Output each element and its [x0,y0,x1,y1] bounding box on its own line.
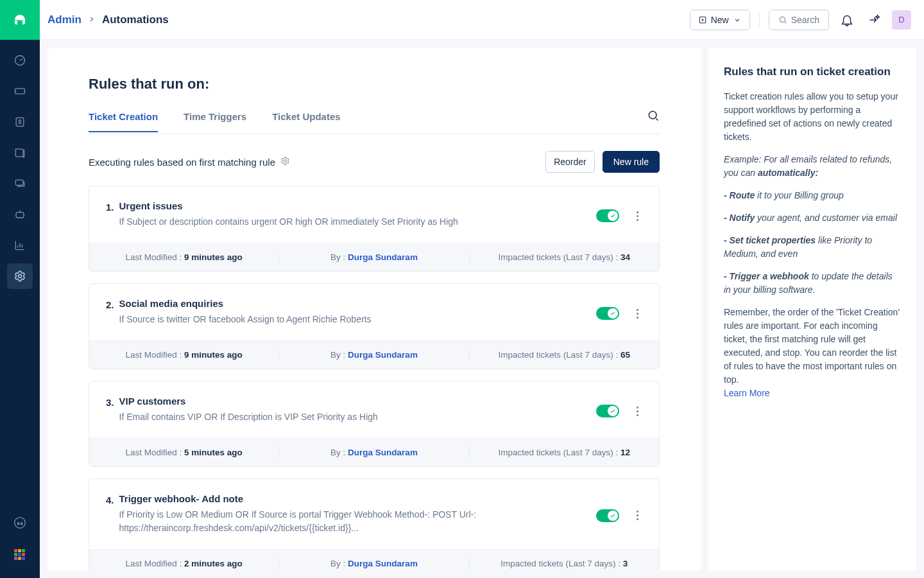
nav-apps[interactable] [7,542,33,568]
tab-time-triggers[interactable]: Time Triggers [184,111,246,132]
nav-contacts[interactable] [7,109,33,135]
svg-point-9 [649,111,656,119]
bell-icon [840,13,854,27]
nav-forums[interactable] [7,171,33,197]
rule-card[interactable]: 2. Social media enquiries If Source is t… [89,283,660,369]
brand-logo[interactable] [0,0,40,40]
reorder-button[interactable]: Reorder [545,151,595,173]
svg-rect-4 [15,180,23,185]
notifications-button[interactable] [838,11,856,29]
nav-reports[interactable] [7,232,33,258]
help-example: Example: For all emails related to refun… [724,153,901,180]
page-title: Rules that run on: [89,76,660,92]
svg-rect-5 [16,213,24,218]
rule-number: 4. [106,493,114,535]
help-title: Rules that run on ticket creation [724,66,901,78]
nav-solutions[interactable] [7,140,33,166]
left-nav [0,0,40,578]
rule-number: 1. [106,200,114,229]
avatar[interactable]: D [892,10,911,30]
tab-ticket-updates[interactable]: Ticket Updates [272,111,340,132]
nav-admin[interactable] [7,263,33,289]
rule-toggle[interactable] [596,405,619,417]
rule-toggle[interactable] [596,209,619,222]
rule-number: 2. [106,298,114,326]
executing-settings-button[interactable] [280,156,290,168]
search-icon [647,109,660,122]
check-icon [610,310,616,317]
rule-description: If Subject or description contains urgen… [119,215,583,229]
check-icon [610,213,616,219]
rule-by: By : Durga Sundaram [279,448,469,457]
svg-point-10 [284,160,287,162]
rule-by: By : Durga Sundaram [279,252,469,262]
tab-ticket-creation[interactable]: Ticket Creation [89,111,158,132]
svg-point-3 [19,120,21,122]
rule-description: If Email contains VIP OR If Description … [119,410,583,424]
rule-toggle[interactable] [596,307,619,320]
nav-dashboard[interactable] [7,48,33,73]
chevron-down-icon [733,15,742,24]
chevron-right-icon [88,13,96,26]
rule-description: If Source is twitter OR facebook Assign … [119,313,583,326]
apps-grid-icon [14,549,26,561]
new-rule-button[interactable]: New rule [603,151,660,173]
plus-box-icon [698,15,707,24]
svg-rect-1 [15,89,25,94]
rule-title: Trigger webhook- Add note [119,493,583,504]
rule-menu-button[interactable] [632,508,642,523]
rule-menu-button[interactable] [632,306,642,321]
help-bullet-4: - Trigger a webhook to update the detail… [724,270,901,297]
nav-bots[interactable] [7,202,33,227]
rule-impacted: Impacted tickets (Last 7 days) : 65 [470,350,659,360]
rule-impacted: Impacted tickets (Last 7 days) : 3 [470,559,659,568]
rule-menu-button[interactable] [632,404,642,419]
breadcrumb-admin-link[interactable]: Admin [47,13,81,26]
new-button[interactable]: New [690,10,750,30]
help-p2: Remember, the order of the 'Ticket Creat… [724,306,901,400]
rule-by: By : Durga Sundaram [279,350,469,360]
svg-point-8 [780,17,785,22]
help-bullet-3: - Set ticket properties like Priority to… [724,234,901,261]
breadcrumb-current: Automations [102,13,169,26]
rule-last-modified: Last Modified : 2 minutes ago [89,559,279,568]
rule-last-modified: Last Modified : 9 minutes ago [89,350,279,360]
search-label: Search [791,15,819,25]
sparkle-arrow-icon [867,13,881,27]
search-button[interactable]: Search [769,10,829,30]
rule-last-modified: Last Modified : 9 minutes ago [89,252,279,262]
rule-card[interactable]: 1. Urgent issues If Subject or descripti… [89,186,660,272]
nav-tickets[interactable] [7,78,33,104]
help-bullet-2: - Notify your agent, and customer via em… [724,211,901,225]
rule-by: By : Durga Sundaram [279,559,469,568]
help-panel: Rules that run on ticket creation Ticket… [708,48,916,570]
rules-search-button[interactable] [647,109,660,134]
learn-more-link[interactable]: Learn More [724,388,770,398]
toggle-knob [608,406,618,416]
rule-description: If Priority is Low OR Medium OR If Sourc… [119,508,583,535]
rule-impacted: Impacted tickets (Last 7 days) : 34 [470,252,659,262]
toggle-knob [608,308,618,319]
toggle-knob [608,211,618,221]
rule-impacted: Impacted tickets (Last 7 days) : 12 [470,448,659,457]
rule-toggle[interactable] [596,509,619,522]
rule-title: Urgent issues [119,200,583,211]
check-icon [610,512,616,519]
rule-title: Social media enquiries [119,298,583,309]
breadcrumb: Admin Automations [47,13,169,26]
rule-card[interactable]: 4. Trigger webhook- Add note If Priority… [89,478,660,570]
gear-icon [280,156,290,166]
help-bullet-1: - Route it to your Billing group [724,189,901,202]
help-p1: Ticket creation rules allow you to setup… [724,90,901,144]
check-icon [610,408,616,414]
separator [759,12,760,28]
svg-point-6 [19,275,22,278]
search-icon [778,15,787,24]
rule-card[interactable]: 3. VIP customers If Email contains VIP O… [89,381,660,467]
rule-title: VIP customers [119,396,583,407]
topbar: Admin Automations New Search [40,0,924,40]
whats-new-button[interactable] [865,11,883,29]
nav-freshdesk-icon[interactable] [7,510,33,536]
rule-menu-button[interactable] [632,209,642,223]
main-content: Rules that run on: Ticket Creation Time … [47,48,701,570]
